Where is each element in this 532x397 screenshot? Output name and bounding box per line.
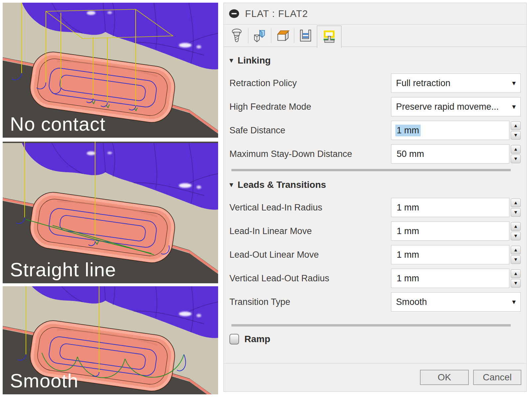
field-row-transition-type: Transition Type Smooth ▼ <box>229 292 521 312</box>
input-value: 50 mm <box>395 148 426 160</box>
decrement-button[interactable]: ▼ <box>511 131 521 140</box>
linking-icon <box>322 29 337 45</box>
decrement-button[interactable]: ▼ <box>511 208 521 217</box>
ok-button[interactable]: OK <box>420 370 469 385</box>
collapse-triangle-icon: ▼ <box>229 182 233 188</box>
vertical-lead-out-radius-spinbox: 1 mm ▲ ▼ <box>391 269 521 288</box>
tool-icon <box>229 28 244 43</box>
input-value-selected: 1 mm <box>395 125 421 136</box>
retraction-policy-dropdown[interactable]: Full retraction ▼ <box>391 73 521 93</box>
decrement-button[interactable]: ▼ <box>511 232 521 240</box>
field-row-high-feedrate-mode: High Feedrate Mode Preserve rapid moveme… <box>229 97 521 116</box>
increment-button[interactable]: ▲ <box>511 145 521 154</box>
field-label: Lead-Out Linear Move <box>229 250 391 260</box>
ramp-row: Ramp <box>229 333 521 345</box>
stay-down-distance-input[interactable]: 50 mm <box>391 144 509 164</box>
input-value: 1 mm <box>395 225 421 237</box>
dropdown-value: Preserve rapid moveme... <box>396 102 512 112</box>
safe-distance-spinbox: 1 mm ▲ ▼ <box>391 121 521 140</box>
heights-icon <box>275 28 290 43</box>
tab-geometry[interactable] <box>248 25 271 47</box>
dropdown-value: Smooth <box>396 297 512 307</box>
dropdown-value: Full retraction <box>396 78 512 88</box>
tab-passes[interactable] <box>294 25 317 47</box>
dialog-title: FLAT : FLAT2 <box>245 8 308 19</box>
section-header-leads-transitions[interactable]: ▼ Leads & Transitions <box>229 180 521 190</box>
input-value: 1 mm <box>395 249 421 261</box>
section-title: Leads & Transitions <box>238 180 326 190</box>
input-value: 1 mm <box>395 202 421 213</box>
field-label: Safe Distance <box>229 125 391 136</box>
lead-in-linear-move-spinbox: 1 mm ▲ ▼ <box>391 221 521 241</box>
vertical-lead-out-radius-input[interactable]: 1 mm <box>391 269 509 288</box>
high-feedrate-mode-dropdown[interactable]: Preserve rapid moveme... ▼ <box>391 97 521 116</box>
increment-button[interactable]: ▲ <box>511 269 521 278</box>
field-row-retraction-policy: Retraction Policy Full retraction ▼ <box>229 73 521 93</box>
field-row-vertical-lead-in-radius: Vertical Lead-In Radius 1 mm ▲ ▼ <box>229 198 521 217</box>
lead-out-linear-move-input[interactable]: 1 mm <box>391 245 509 264</box>
section-divider <box>231 324 511 327</box>
section-header-linking[interactable]: ▼ Linking <box>229 56 521 66</box>
decrement-button[interactable]: ▼ <box>511 255 521 264</box>
geometry-icon <box>252 28 267 43</box>
viewport-smooth: Smooth <box>3 286 218 394</box>
field-label: Maximum Stay-Down Distance <box>229 149 391 159</box>
flat-operation-icon <box>229 9 239 18</box>
dialog-title-bar: FLAT : FLAT2 <box>224 3 526 25</box>
vertical-lead-in-radius-input[interactable]: 1 mm <box>391 198 509 217</box>
field-label: Retraction Policy <box>229 78 391 88</box>
viewport-column: No contact Straight line <box>3 3 218 394</box>
dialog-content: ▼ Linking Retraction Policy Full retract… <box>224 56 526 345</box>
input-value: 1 mm <box>395 273 421 284</box>
viewport-label: Straight line <box>10 260 116 279</box>
lead-in-linear-move-input[interactable]: 1 mm <box>391 221 509 241</box>
cancel-button[interactable]: Cancel <box>473 370 521 385</box>
field-label: Vertical Lead-Out Radius <box>229 273 391 284</box>
ramp-checkbox[interactable] <box>229 334 239 344</box>
passes-icon <box>298 28 313 43</box>
field-row-safe-distance: Safe Distance 1 mm ▲ ▼ <box>229 121 521 140</box>
viewport-label: No contact <box>10 114 105 134</box>
field-row-maximum-stay-down-distance: Maximum Stay-Down Distance 50 mm ▲ ▼ <box>229 144 521 164</box>
tab-tool[interactable] <box>225 25 248 47</box>
tab-linking[interactable] <box>317 26 341 48</box>
decrement-button[interactable]: ▼ <box>511 279 521 288</box>
chevron-down-icon: ▼ <box>512 299 516 305</box>
field-label: High Feedrate Mode <box>229 102 391 112</box>
viewport-straight-line: Straight line <box>3 142 218 283</box>
tab-heights[interactable] <box>271 25 294 47</box>
field-row-vertical-lead-out-radius: Vertical Lead-Out Radius 1 mm ▲ ▼ <box>229 269 521 288</box>
field-label: Vertical Lead-In Radius <box>229 202 391 213</box>
collapse-triangle-icon: ▼ <box>229 58 233 64</box>
increment-button[interactable]: ▲ <box>511 121 521 130</box>
increment-button[interactable]: ▲ <box>511 222 521 231</box>
section-title: Linking <box>238 55 271 66</box>
field-label: Lead-In Linear Move <box>229 226 391 236</box>
lead-out-linear-move-spinbox: 1 mm ▲ ▼ <box>391 245 521 264</box>
section-divider <box>231 169 511 171</box>
increment-button[interactable]: ▲ <box>511 198 521 207</box>
increment-button[interactable]: ▲ <box>511 246 521 254</box>
chevron-down-icon: ▼ <box>512 80 516 86</box>
transition-type-dropdown[interactable]: Smooth ▼ <box>391 292 521 312</box>
stay-down-distance-spinbox: 50 mm ▲ ▼ <box>391 144 521 164</box>
field-row-lead-out-linear-move: Lead-Out Linear Move 1 mm ▲ ▼ <box>229 245 521 264</box>
chevron-down-icon: ▼ <box>512 104 516 109</box>
vertical-lead-in-radius-spinbox: 1 mm ▲ ▼ <box>391 198 521 217</box>
decrement-button[interactable]: ▼ <box>511 155 521 163</box>
operation-dialog: FLAT : FLAT2 <box>223 3 527 392</box>
screenshot-root: No contact Straight line <box>0 0 532 397</box>
field-row-lead-in-linear-move: Lead-In Linear Move 1 mm ▲ ▼ <box>229 221 521 241</box>
viewport-label: Smooth <box>10 371 78 390</box>
dialog-footer: OK Cancel <box>224 363 526 391</box>
safe-distance-input[interactable]: 1 mm <box>391 121 509 140</box>
field-label: Transition Type <box>229 297 391 307</box>
viewport-no-contact: No contact <box>3 3 218 138</box>
ramp-label: Ramp <box>244 334 270 344</box>
dialog-tab-bar <box>224 25 526 47</box>
